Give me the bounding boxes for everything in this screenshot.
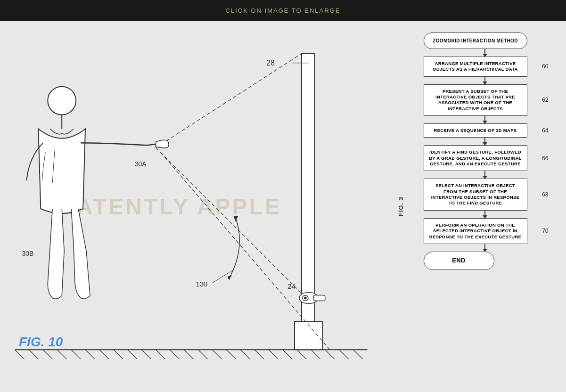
flow-box-68: SELECT AN INTERACTIVE OBJECT FROM THE SU… xyxy=(424,179,527,210)
flow-end-box: END xyxy=(424,252,494,270)
arrow-4 xyxy=(484,171,485,179)
svg-line-12 xyxy=(170,350,180,359)
flow-box-70: PERFORM AN OPERATION ON THE SELECTED INT… xyxy=(424,218,527,244)
svg-text:30A: 30A xyxy=(135,160,147,168)
arrow-2 xyxy=(484,116,485,123)
step-num-68: 68 xyxy=(542,191,548,198)
flow-box-62: PRESENT A SUBSET OF THE INTERACTIVE OBJE… xyxy=(424,84,527,116)
svg-text:130: 130 xyxy=(196,280,207,288)
flowchart-area: FIG. 3 ZOOMGRID INTERACTION METHOD ARRAN… xyxy=(387,21,566,392)
svg-line-18 xyxy=(254,350,264,359)
flow-row-68: SELECT AN INTERACTIVE OBJECT FROM THE SU… xyxy=(424,179,546,210)
svg-line-9 xyxy=(128,350,137,359)
flow-row-62: PRESENT A SUBSET OF THE INTERACTIVE OBJE… xyxy=(424,84,546,116)
flow-box-64: RECEIVE A SEQUENCE OF 3D MAPS xyxy=(424,123,527,138)
svg-line-4 xyxy=(57,350,66,359)
flow-start-box: ZOOMGRID INTERACTION METHOD xyxy=(424,33,527,49)
svg-line-10 xyxy=(142,350,151,359)
svg-line-14 xyxy=(198,350,207,359)
svg-line-24 xyxy=(339,350,349,359)
svg-rect-27 xyxy=(295,321,323,350)
flow-row-64: RECEIVE A SEQUENCE OF 3D MAPS 64 xyxy=(424,123,546,138)
svg-line-20 xyxy=(283,350,292,359)
svg-line-30 xyxy=(156,147,302,293)
svg-line-2 xyxy=(29,350,38,359)
fig3-label: FIG. 3 xyxy=(397,196,404,216)
svg-line-16 xyxy=(226,350,236,359)
svg-text:28: 28 xyxy=(266,59,275,67)
svg-line-22 xyxy=(311,350,320,359)
svg-point-41 xyxy=(304,297,307,300)
svg-line-19 xyxy=(269,350,278,359)
svg-line-15 xyxy=(212,350,221,359)
svg-rect-39 xyxy=(313,295,325,301)
arrow-3 xyxy=(484,138,485,145)
top-bar: CLICK ON IMAGE TO ENLARGE xyxy=(0,0,566,21)
flow-box-60: ARRANGE MULTIPLE INTERACTIVE OBJECTS AS … xyxy=(424,57,527,77)
step-num-64: 64 xyxy=(542,127,548,134)
svg-marker-33 xyxy=(233,216,238,222)
top-bar-title: CLICK ON IMAGE TO ENLARGE xyxy=(226,7,341,14)
svg-line-5 xyxy=(71,350,81,359)
svg-point-42 xyxy=(48,87,76,115)
svg-line-21 xyxy=(297,350,306,359)
arrow-6 xyxy=(484,244,485,252)
flow-box-66: IDENTIFY A FIND GESTURE, FOLLOWED BY A G… xyxy=(424,145,527,171)
svg-line-3 xyxy=(43,350,52,359)
svg-line-8 xyxy=(114,350,123,359)
flowchart: ZOOMGRID INTERACTION METHOD ARRANGE MULT… xyxy=(419,33,551,270)
svg-line-32 xyxy=(156,54,302,147)
arrow-1 xyxy=(484,77,485,84)
step-num-66: 66 xyxy=(542,155,548,162)
svg-text:30B: 30B xyxy=(22,250,33,257)
arrow-5 xyxy=(484,211,485,218)
svg-line-7 xyxy=(99,350,109,359)
svg-line-13 xyxy=(184,350,194,359)
flow-row-66: IDENTIFY A FIND GESTURE, FOLLOWED BY A G… xyxy=(424,145,546,171)
svg-line-6 xyxy=(85,350,95,359)
svg-line-25 xyxy=(353,350,363,359)
patent-illustration: 28 130 24 xyxy=(0,21,387,392)
svg-line-11 xyxy=(156,350,165,359)
svg-line-17 xyxy=(240,350,250,359)
arrow-0 xyxy=(484,49,485,57)
main-content: PATENTLY APPLE FIG. 10 xyxy=(0,21,566,392)
step-num-62: 62 xyxy=(542,97,548,103)
svg-text:24: 24 xyxy=(287,282,295,290)
flow-row-60: ARRANGE MULTIPLE INTERACTIVE OBJECTS AS … xyxy=(424,57,546,77)
step-num-60: 60 xyxy=(542,63,548,70)
flow-row-70: PERFORM AN OPERATION ON THE SELECTED INT… xyxy=(424,218,546,244)
svg-line-23 xyxy=(325,350,335,359)
flow-start-row: ZOOMGRID INTERACTION METHOD xyxy=(424,33,546,49)
svg-line-1 xyxy=(15,350,24,359)
step-num-70: 70 xyxy=(542,228,548,234)
illustration-area: PATENTLY APPLE FIG. 10 xyxy=(0,21,387,392)
svg-marker-34 xyxy=(227,275,232,280)
flow-end-row: END xyxy=(424,252,546,270)
